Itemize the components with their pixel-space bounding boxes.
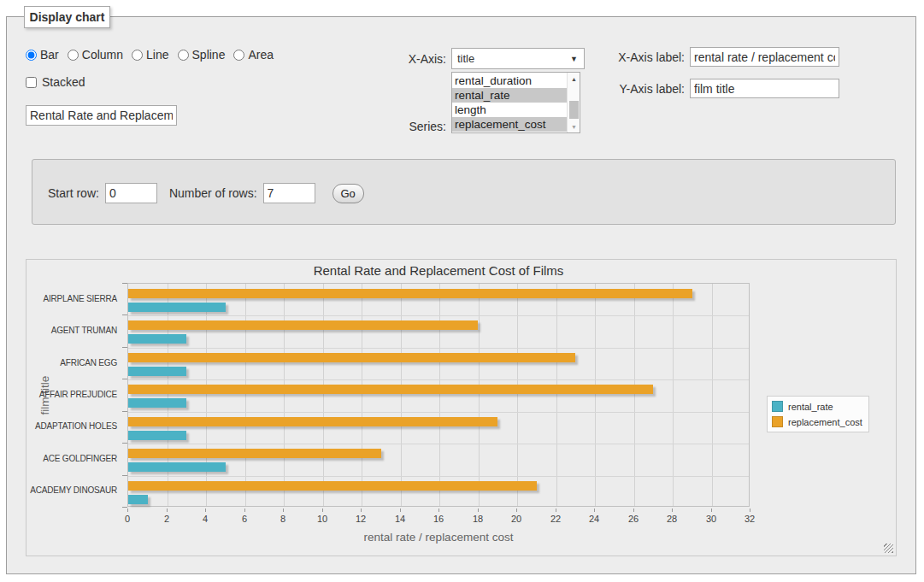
series-option-length[interactable]: length: [452, 103, 567, 117]
chart-type-label: Area: [248, 48, 274, 62]
series-list-label: Series:: [368, 120, 446, 133]
start-row-input[interactable]: [105, 183, 157, 203]
bar-rental_rate: [128, 367, 186, 376]
x-tick-label-28: 28: [659, 514, 685, 524]
x-tick-32: [750, 509, 750, 512]
x-tick-label-32: 32: [737, 514, 762, 524]
y-tick-7: [122, 507, 127, 508]
category-label: AFFAIR PREJUDICE: [26, 390, 122, 399]
series-option-rental_duration[interactable]: rental_duration: [452, 73, 567, 88]
bar-replacement_cost: [128, 449, 381, 458]
y-tick-6: [122, 475, 127, 476]
gridline-x-20: [517, 284, 518, 506]
bar-rental_rate: [128, 431, 186, 440]
gridline-y-1: [128, 315, 749, 316]
chart-type-radio-spline[interactable]: [178, 50, 189, 61]
chart-type-radio-line[interactable]: [132, 50, 143, 61]
y-axis-label-input[interactable]: [690, 79, 839, 98]
x-axis-label-input[interactable]: [690, 47, 839, 67]
chart-type-radio-column[interactable]: [68, 50, 79, 61]
x-tick-16: [438, 509, 439, 512]
y-tick-3: [122, 379, 127, 379]
x-tick-label-8: 8: [270, 514, 296, 524]
y-tick-5: [122, 443, 127, 444]
legend-label: replacement_cost: [788, 417, 862, 427]
series-option-rental_rate[interactable]: rental_rate: [452, 88, 567, 103]
chart-type-spline[interactable]: Spline: [178, 48, 226, 62]
x-tick-12: [361, 509, 362, 512]
start-row-label: Start row:: [48, 186, 99, 200]
chart-title-input[interactable]: [26, 105, 177, 126]
gridline-x-10: [323, 284, 324, 506]
chevron-down-icon: ▼: [570, 55, 578, 63]
x-tick-label-14: 14: [387, 514, 413, 524]
num-rows-input[interactable]: [263, 183, 315, 203]
resize-grip-icon[interactable]: [884, 544, 893, 553]
x-tick-label-2: 2: [154, 514, 180, 524]
x-axis-label-label: X-Axis label:: [598, 50, 685, 64]
series-option-replacement_cost[interactable]: replacement_cost: [452, 117, 567, 132]
y-tick-1: [122, 315, 127, 315]
x-axis-selected-value: title: [457, 52, 474, 65]
legend-entry-replacement_cost: replacement_cost: [772, 416, 862, 427]
chart-type-line[interactable]: Line: [132, 48, 168, 62]
bar-rental_rate: [128, 462, 226, 472]
stacked-checkbox[interactable]: [26, 77, 37, 88]
stacked-row[interactable]: Stacked: [26, 75, 85, 89]
gridline-x-4: [206, 284, 207, 506]
x-tick-28: [672, 509, 673, 512]
series-list[interactable]: rental_durationrental_ratelengthreplacem…: [451, 72, 580, 133]
chart-type-label: Spline: [192, 48, 226, 62]
series-list-options: rental_durationrental_ratelengthreplacem…: [452, 73, 567, 132]
x-tick-20: [516, 509, 517, 512]
gridline-y-3: [128, 379, 749, 380]
bar-replacement_cost: [128, 481, 537, 491]
num-rows-label: Number of rows:: [169, 186, 257, 200]
bar-rental_rate: [128, 398, 186, 408]
chart-type-bar[interactable]: Bar: [26, 48, 59, 62]
bar-rental_rate: [128, 334, 186, 344]
category-label: AFRICAN EGG: [26, 358, 122, 367]
category-label: AIRPLANE SIERRA: [26, 294, 122, 303]
x-axis-select[interactable]: title ▼: [451, 48, 585, 69]
chart-type-radio-bar[interactable]: [26, 50, 37, 61]
gridline-x-16: [439, 284, 440, 506]
x-tick-14: [400, 509, 401, 512]
x-tick-label-12: 12: [348, 514, 374, 524]
gridline-x-8: [284, 284, 285, 506]
x-tick-label-24: 24: [581, 514, 607, 524]
x-tick-30: [711, 509, 712, 512]
chart-type-column[interactable]: Column: [68, 48, 123, 62]
x-tick-10: [322, 509, 323, 512]
gridline-x-22: [556, 284, 557, 506]
x-tick-label-20: 20: [503, 514, 529, 524]
scrollbar-thumb[interactable]: [569, 101, 579, 119]
chart-type-group: BarColumnLineSplineArea: [26, 48, 274, 62]
x-tick-label-6: 6: [232, 514, 257, 524]
x-tick-6: [244, 509, 245, 512]
x-tick-8: [283, 509, 284, 512]
x-tick-label-22: 22: [543, 514, 568, 524]
chart-type-radio-area[interactable]: [233, 50, 244, 61]
series-list-scrollbar[interactable]: ▲ ▼: [567, 73, 580, 132]
scroll-up-icon[interactable]: ▲: [568, 73, 580, 85]
x-tick-label-26: 26: [621, 514, 646, 524]
x-tick-label-4: 4: [192, 514, 218, 524]
go-button[interactable]: Go: [333, 184, 364, 203]
category-label: ADAPTATION HOLES: [26, 421, 122, 431]
gridline-x-12: [362, 284, 362, 506]
gridline-y-2: [128, 348, 749, 349]
category-label: ACE GOLDFINGER: [26, 454, 122, 463]
gridline-y-6: [128, 476, 749, 477]
row-range-panel: Start row: Number of rows: Go: [32, 159, 896, 225]
x-tick-label-16: 16: [426, 514, 451, 524]
chart-title: Rental Rate and Replacement Cost of Film…: [127, 263, 750, 278]
gridline-y-5: [128, 444, 749, 444]
gridline-x-6: [245, 284, 246, 506]
bar-replacement_cost: [128, 353, 575, 362]
x-tick-24: [594, 509, 595, 512]
stacked-label: Stacked: [42, 75, 85, 89]
chart-type-area[interactable]: Area: [233, 48, 274, 62]
scroll-down-icon[interactable]: ▼: [568, 121, 580, 132]
y-axis-label-label: Y-Axis label:: [598, 82, 685, 96]
